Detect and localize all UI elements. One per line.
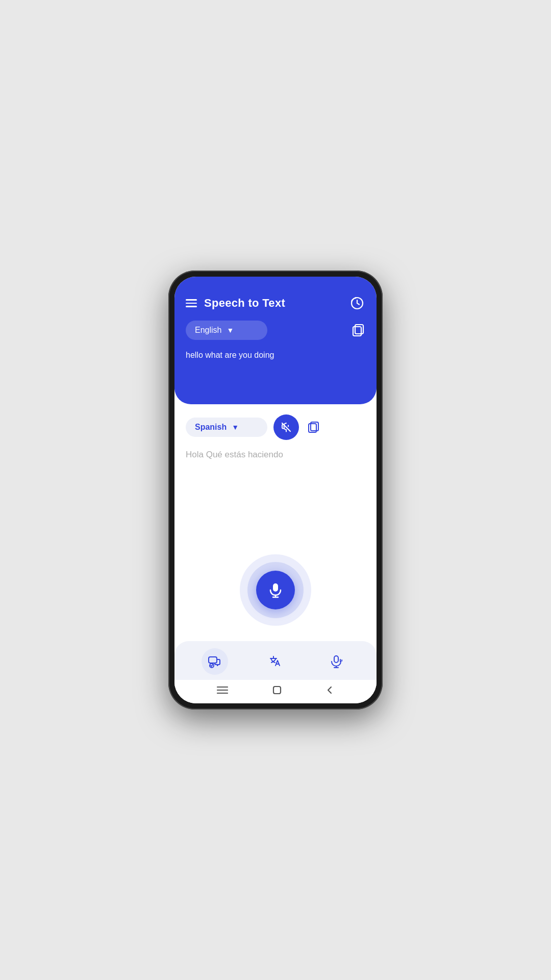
source-language-label: English <box>195 326 221 335</box>
translation-text: Hola Qué estás haciendo <box>186 448 365 461</box>
translation-language-row: Spanish ▼ <box>186 414 365 440</box>
svg-rect-16 <box>273 687 281 694</box>
app-header: Speech to Text <box>174 291 377 321</box>
svg-rect-1 <box>353 327 361 336</box>
source-chevron-icon: ▼ <box>227 326 234 334</box>
svg-rect-2 <box>355 325 363 334</box>
android-menu-icon[interactable] <box>217 686 228 694</box>
bottom-nav <box>174 641 377 680</box>
mute-button[interactable] <box>273 414 299 440</box>
android-nav <box>174 680 377 703</box>
android-home-icon[interactable] <box>272 685 282 695</box>
hamburger-menu-icon[interactable] <box>186 299 197 307</box>
translation-chevron-icon: ▼ <box>232 423 239 431</box>
source-copy-icon[interactable] <box>351 323 365 337</box>
status-bar <box>174 277 377 291</box>
android-back-icon[interactable] <box>326 685 334 695</box>
svg-rect-8 <box>209 657 217 663</box>
nav-item-speech[interactable] <box>323 648 349 675</box>
translation-language-dropdown[interactable]: Spanish ▼ <box>186 418 267 437</box>
mic-outer-ring <box>240 554 311 626</box>
source-language-row: English ▼ <box>174 321 377 340</box>
source-transcript-text: hello what are you doing <box>186 351 274 359</box>
app-title: Speech to Text <box>204 297 285 310</box>
source-transcript: hello what are you doing <box>174 349 377 390</box>
source-language-dropdown[interactable]: English ▼ <box>186 321 267 340</box>
history-icon[interactable] <box>349 295 365 311</box>
mic-button[interactable] <box>256 571 295 609</box>
mic-inner-ring <box>247 562 304 618</box>
top-section: Speech to Text English ▼ <box>174 277 377 404</box>
header-left: Speech to Text <box>186 297 285 310</box>
translation-copy-icon[interactable] <box>307 421 320 434</box>
phone-frame: Speech to Text English ▼ <box>168 271 383 709</box>
svg-rect-5 <box>273 583 278 592</box>
translation-language-label: Spanish <box>195 423 227 432</box>
bottom-section: Spanish ▼ <box>174 404 377 703</box>
phone-screen: Speech to Text English ▼ <box>174 277 377 703</box>
nav-item-translate[interactable] <box>262 648 289 675</box>
translation-area: Spanish ▼ <box>174 404 377 544</box>
nav-item-translate-speak[interactable] <box>202 648 228 675</box>
mic-area <box>174 544 377 641</box>
svg-rect-10 <box>334 656 338 663</box>
